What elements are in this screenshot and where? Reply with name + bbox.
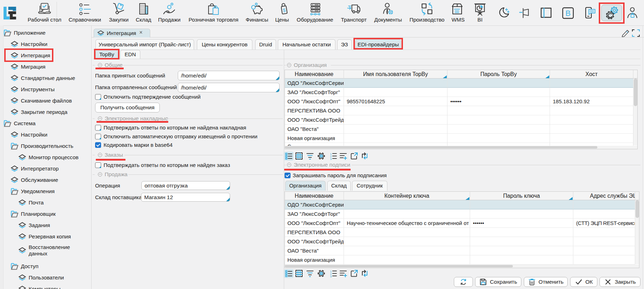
svg-text:3: 3 bbox=[330, 157, 332, 160]
svg-text:3: 3 bbox=[330, 275, 332, 278]
svg-text:B: B bbox=[566, 9, 571, 18]
